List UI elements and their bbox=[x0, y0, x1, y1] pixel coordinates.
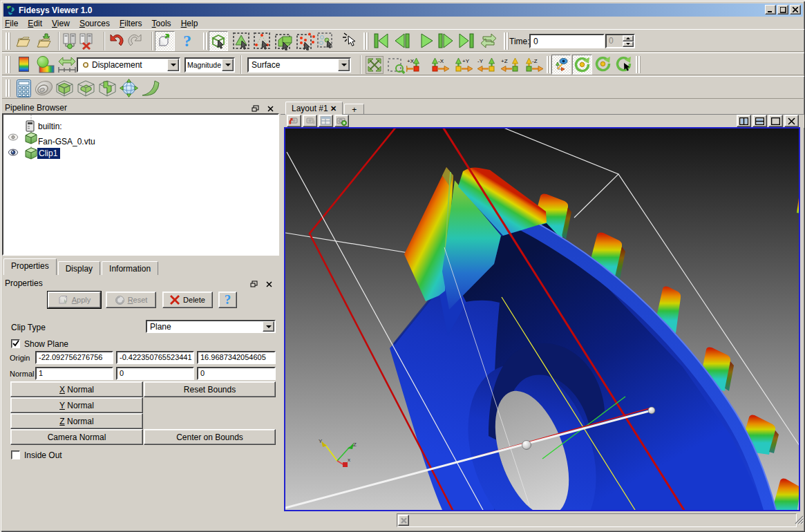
svg-text:Clip1: Clip1 bbox=[39, 149, 58, 158]
svg-text:?: ? bbox=[183, 32, 191, 50]
svg-text:+X: +X bbox=[407, 58, 415, 64]
svg-text:Z: Z bbox=[353, 441, 357, 448]
svg-text:x: x bbox=[348, 457, 350, 463]
svg-text:Y: Y bbox=[319, 438, 323, 444]
svg-text:+Z: +Z bbox=[501, 58, 508, 64]
svg-text:+Y: +Y bbox=[462, 58, 470, 64]
svg-text:builtin:: builtin: bbox=[38, 122, 62, 131]
svg-text:-Y: -Y bbox=[477, 58, 484, 64]
svg-text:-Z: -Z bbox=[532, 58, 538, 64]
svg-text:Fan-GSA_0.vtu: Fan-GSA_0.vtu bbox=[38, 137, 95, 146]
svg-text:-X: -X bbox=[438, 58, 444, 64]
